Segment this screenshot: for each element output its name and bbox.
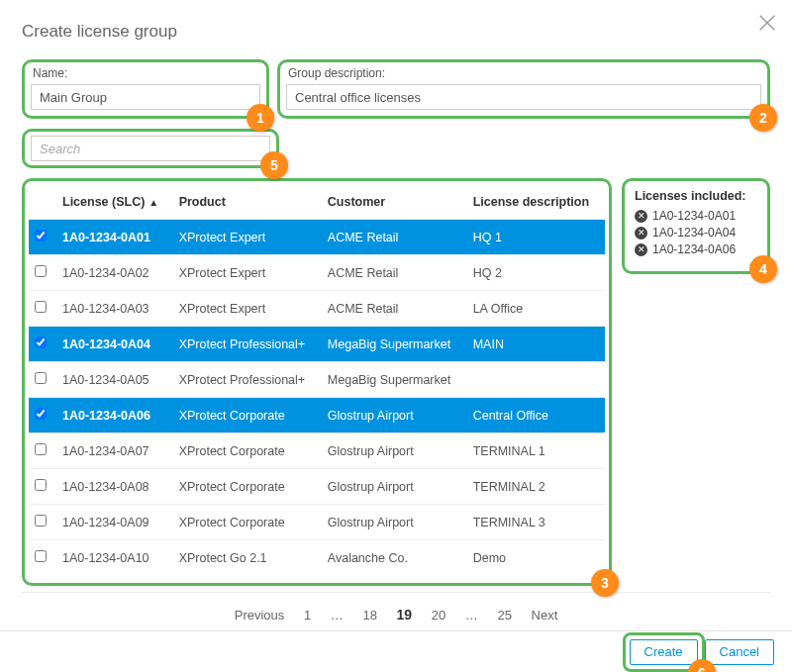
cell-description: Demo <box>467 540 605 576</box>
pager-page-25[interactable]: 25 <box>497 608 511 623</box>
row-checkbox[interactable] <box>35 408 47 420</box>
cell-description: HQ 2 <box>467 255 605 291</box>
cell-description: TERMINAL 3 <box>467 505 605 540</box>
table-row[interactable]: 1A0-1234-0A04XProtect Professional+MegaB… <box>29 327 605 362</box>
column-license[interactable]: License (SLC)▲ <box>56 187 173 220</box>
cell-customer: Glostrup Airport <box>322 433 467 469</box>
cell-slc: 1A0-1234-0A06 <box>56 398 173 433</box>
included-item-label: 1A0-1234-0A04 <box>652 226 736 240</box>
cell-slc: 1A0-1234-0A04 <box>56 327 173 362</box>
row-checkbox[interactable] <box>35 515 47 527</box>
form-row: Name: 1 Group description: 2 <box>22 59 770 119</box>
cell-product: XProtect Professional+ <box>173 362 322 398</box>
dialog-title: Create license group <box>22 22 770 42</box>
search-input[interactable] <box>31 136 270 161</box>
included-item: ✕1A0-1234-0A04 <box>635 226 757 240</box>
cell-customer: Avalanche Co. <box>322 540 467 576</box>
row-checkbox[interactable] <box>35 265 47 277</box>
callout-1: 1 <box>247 104 274 132</box>
pager-page-19[interactable]: 19 <box>397 607 413 623</box>
cell-description: LA Office <box>467 291 605 327</box>
description-input[interactable] <box>286 84 761 110</box>
cell-description: MAIN <box>467 327 605 362</box>
column-product[interactable]: Product <box>173 187 322 220</box>
row-checkbox[interactable] <box>35 336 47 348</box>
cell-slc: 1A0-1234-0A09 <box>56 505 173 540</box>
row-checkbox[interactable] <box>35 301 47 313</box>
description-label: Group description: <box>288 66 761 80</box>
license-table-group: License (SLC)▲ Product Customer License … <box>22 178 612 586</box>
row-checkbox[interactable] <box>35 550 47 562</box>
cell-description: Central Office <box>467 398 605 433</box>
search-group: 5 <box>22 129 279 168</box>
name-field-group: Name: 1 <box>22 59 269 119</box>
body-row: License (SLC)▲ Product Customer License … <box>22 178 770 586</box>
row-checkbox[interactable] <box>35 372 47 384</box>
licenses-included-group: Licenses included: ✕1A0-1234-0A01✕1A0-12… <box>622 178 770 274</box>
cell-product: XProtect Corporate <box>173 398 322 433</box>
cell-customer: ACME Retail <box>322 220 467 255</box>
remove-icon[interactable]: ✕ <box>635 227 647 240</box>
close-button[interactable] <box>756 12 778 37</box>
cell-slc: 1A0-1234-0A01 <box>56 220 173 255</box>
cell-customer: Glostrup Airport <box>322 398 467 433</box>
create-button[interactable]: Create <box>630 639 698 665</box>
table-row[interactable]: 1A0-1234-0A02XProtect ExpertACME RetailH… <box>29 255 605 291</box>
cell-description: TERMINAL 1 <box>467 433 605 469</box>
cell-customer: ACME Retail <box>322 255 467 291</box>
column-description[interactable]: License description <box>467 187 605 220</box>
cell-description: HQ 1 <box>467 220 605 255</box>
cell-product: XProtect Go 2.1 <box>173 540 322 576</box>
dialog-footer: Create 6 Cancel <box>0 630 792 672</box>
cell-product: XProtect Corporate <box>173 505 322 540</box>
cell-description <box>467 362 605 398</box>
column-checkbox <box>29 187 56 220</box>
name-input[interactable] <box>31 84 260 110</box>
cell-product: XProtect Expert <box>173 220 322 255</box>
callout-2: 2 <box>749 104 777 132</box>
pager-page-20[interactable]: 20 <box>432 608 446 623</box>
cell-customer: ACME Retail <box>322 291 467 327</box>
callout-3: 3 <box>591 569 619 597</box>
table-row[interactable]: 1A0-1234-0A05XProtect Professional+MegaB… <box>29 362 605 398</box>
row-checkbox[interactable] <box>35 479 47 491</box>
pager-page-18[interactable]: 18 <box>362 608 376 623</box>
cell-product: XProtect Expert <box>173 291 322 327</box>
remove-icon[interactable]: ✕ <box>635 243 647 256</box>
included-item: ✕1A0-1234-0A01 <box>635 209 757 223</box>
cell-slc: 1A0-1234-0A02 <box>56 255 173 291</box>
description-field-group: Group description: 2 <box>277 59 770 119</box>
pager-previous[interactable]: Previous <box>235 608 285 623</box>
column-customer[interactable]: Customer <box>322 187 467 220</box>
cancel-button[interactable]: Cancel <box>705 639 774 665</box>
pagination: Previous 1 … 18 19 20 … 25 Next <box>22 592 770 632</box>
table-row[interactable]: 1A0-1234-0A01XProtect ExpertACME RetailH… <box>29 220 605 255</box>
cell-customer: Glostrup Airport <box>322 505 467 540</box>
pager-page-1[interactable]: 1 <box>304 608 311 623</box>
cell-slc: 1A0-1234-0A03 <box>56 291 173 327</box>
table-row[interactable]: 1A0-1234-0A03XProtect ExpertACME RetailL… <box>29 291 605 327</box>
cell-customer: MegaBig Supermarket <box>322 327 467 362</box>
table-row[interactable]: 1A0-1234-0A07XProtect CorporateGlostrup … <box>29 433 605 469</box>
callout-4: 4 <box>749 255 777 283</box>
cell-slc: 1A0-1234-0A08 <box>56 469 173 505</box>
table-row[interactable]: 1A0-1234-0A09XProtect CorporateGlostrup … <box>29 505 605 540</box>
row-checkbox[interactable] <box>35 443 47 455</box>
close-icon <box>756 12 778 34</box>
table-row[interactable]: 1A0-1234-0A06XProtect CorporateGlostrup … <box>29 398 605 433</box>
included-item: ✕1A0-1234-0A06 <box>635 242 757 256</box>
cell-product: XProtect Expert <box>173 255 322 291</box>
callout-5: 5 <box>260 151 288 179</box>
pager-ellipsis-2: … <box>465 608 478 623</box>
cell-product: XProtect Professional+ <box>173 327 322 362</box>
cell-product: XProtect Corporate <box>173 469 322 505</box>
table-row[interactable]: 1A0-1234-0A10XProtect Go 2.1Avalanche Co… <box>29 540 605 576</box>
table-row[interactable]: 1A0-1234-0A08XProtect CorporateGlostrup … <box>29 469 605 505</box>
pager-next[interactable]: Next <box>532 608 558 623</box>
cell-slc: 1A0-1234-0A05 <box>56 362 173 398</box>
row-checkbox[interactable] <box>35 230 47 241</box>
included-item-label: 1A0-1234-0A01 <box>652 209 736 223</box>
cell-slc: 1A0-1234-0A10 <box>56 540 173 576</box>
remove-icon[interactable]: ✕ <box>635 210 647 223</box>
sort-asc-icon: ▲ <box>148 197 158 208</box>
